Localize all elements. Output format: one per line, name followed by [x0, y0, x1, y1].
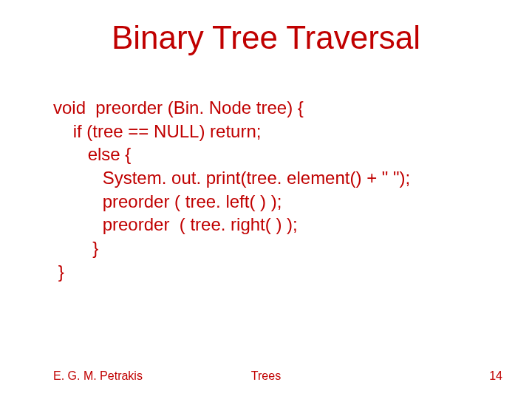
- code-block: void preorder (Bin. Node tree) { if (tre…: [53, 96, 502, 283]
- code-line: void preorder (Bin. Node tree) {: [53, 96, 502, 120]
- code-line: }: [53, 236, 502, 260]
- footer-page: 14: [489, 369, 502, 383]
- code-line: }: [53, 260, 502, 284]
- footer-topic: Trees: [0, 369, 532, 383]
- slide: Binary Tree Traversal void preorder (Bin…: [0, 0, 532, 399]
- code-line: if (tree == NULL) return;: [53, 120, 502, 143]
- code-line: System. out. print(tree. element() + " "…: [53, 166, 502, 190]
- code-line: preorder ( tree. left( ) );: [53, 190, 502, 214]
- code-line: else {: [53, 143, 502, 166]
- code-line: preorder ( tree. right( ) );: [53, 213, 502, 236]
- slide-title: Binary Tree Traversal: [0, 19, 532, 56]
